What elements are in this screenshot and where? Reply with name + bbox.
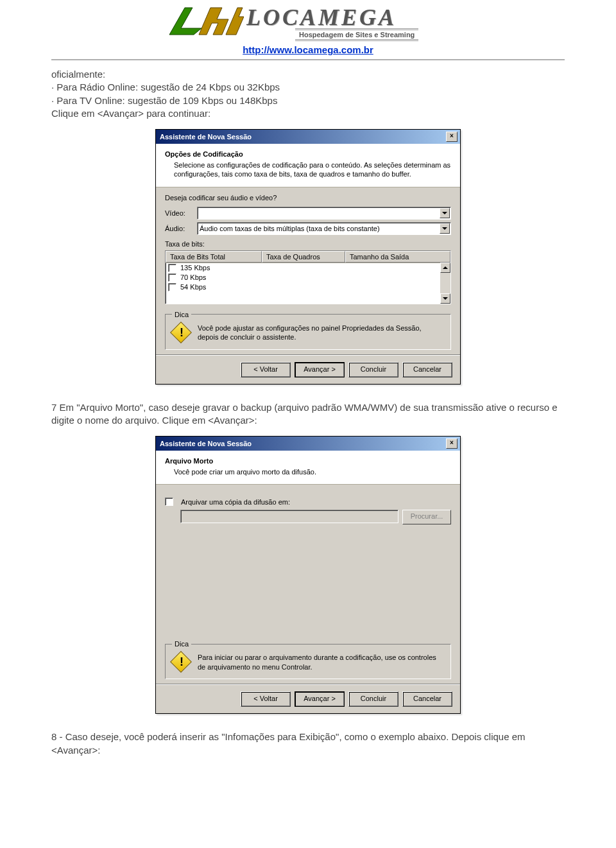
- intro-line: Clique em <Avançar> para continuar:: [51, 107, 565, 120]
- finish-button[interactable]: Concluir: [348, 362, 398, 377]
- finish-button[interactable]: Concluir: [348, 691, 398, 707]
- button-bar: < Voltar Avançar > Concluir Cancelar: [156, 684, 460, 713]
- scroll-track[interactable]: [440, 273, 450, 293]
- warning-icon: !: [172, 653, 191, 672]
- checkbox[interactable]: [168, 264, 176, 272]
- bitrate-label: Taxa de bits:: [165, 240, 451, 248]
- archive-checkbox[interactable]: [165, 498, 173, 506]
- section-header: Opções de Codificação Selecione as confi…: [156, 144, 460, 187]
- tip-text: Você pode ajustar as configurações no pa…: [198, 324, 444, 342]
- cancel-button[interactable]: Cancelar: [402, 691, 452, 707]
- checkbox[interactable]: [168, 273, 176, 282]
- logo-mark: [167, 4, 244, 40]
- tip-legend: Dica: [172, 311, 191, 318]
- audio-label: Áudio:: [165, 225, 197, 232]
- audio-select[interactable]: Áudio com taxas de bits múltiplas (taxa …: [197, 222, 451, 235]
- audio-select-value: Áudio com taxas de bits múltiplas (taxa …: [200, 225, 380, 232]
- tip-group: Dica ! Para iniciar ou parar o arquivame…: [165, 640, 451, 679]
- window-title: Assistente de Nova Sessão: [160, 440, 446, 447]
- checkbox[interactable]: [168, 283, 176, 291]
- col-header[interactable]: Taxa de Bits Total: [166, 251, 262, 263]
- dialog-archive: Assistente de Nova Sessão × Arquivo Mort…: [155, 436, 461, 714]
- logo-text: LOCAMEGA: [246, 4, 397, 31]
- logo-subtitle: Hospedagem de Sites e Streaming: [295, 28, 418, 41]
- close-button[interactable]: ×: [446, 438, 458, 449]
- section-title: Arquivo Morto: [165, 457, 451, 465]
- back-button[interactable]: < Voltar: [241, 691, 291, 707]
- window-title: Assistente de Nova Sessão: [160, 133, 446, 141]
- svg-marker-2: [226, 8, 244, 35]
- titlebar[interactable]: Assistente de Nova Sessão ×: [156, 437, 460, 451]
- list-item[interactable]: 135 Kbps: [166, 263, 450, 273]
- intro-line: oficialmente:: [51, 68, 565, 81]
- bitrate-list[interactable]: Taxa de Bits Total Taxa de Quadros Taman…: [165, 250, 451, 304]
- header-url-link[interactable]: http://www.locamega.com.br: [51, 44, 565, 55]
- col-header[interactable]: Tamanho da Saída: [345, 251, 450, 263]
- list-item[interactable]: 70 Kbps: [166, 273, 450, 282]
- encode-question: Deseja codificar seu áudio e vídeo?: [165, 194, 451, 202]
- chevron-down-icon[interactable]: [440, 223, 450, 234]
- intro-text: oficialmente: · Para Rádio Online: suges…: [51, 68, 565, 120]
- button-bar: < Voltar Avançar > Concluir Cancelar: [156, 355, 460, 384]
- titlebar[interactable]: Assistente de Nova Sessão ×: [156, 130, 460, 144]
- logo: LOCAMEGA Hospedagem de Sites e Streaming: [167, 5, 449, 39]
- scroll-up-icon[interactable]: [440, 263, 450, 273]
- next-button[interactable]: Avançar >: [295, 362, 345, 377]
- list-item-label: 54 Kbps: [180, 283, 206, 291]
- intro-line: · Para TV Online: sugestão de 109 Kbps o…: [51, 94, 565, 107]
- list-item-label: 70 Kbps: [180, 273, 206, 281]
- col-header[interactable]: Taxa de Quadros: [262, 251, 345, 263]
- tip-group: Dica ! Você pode ajustar as configuraçõe…: [165, 311, 451, 350]
- tip-legend: Dica: [172, 640, 191, 648]
- list-item-label: 135 Kbps: [180, 264, 210, 272]
- section-description: Selecione as configurações de codificaçã…: [165, 160, 451, 179]
- page-header: LOCAMEGA Hospedagem de Sites e Streaming…: [51, 0, 565, 55]
- svg-marker-0: [169, 8, 201, 35]
- divider: [51, 59, 565, 60]
- cancel-button[interactable]: Cancelar: [402, 362, 452, 377]
- tip-text: Para iniciar ou parar o arquivamento dur…: [198, 653, 444, 671]
- browse-button: Procurar...: [402, 510, 451, 524]
- intro-line: · Para Rádio Online: sugestão de 24 Kbps…: [51, 81, 565, 94]
- warning-icon: !: [172, 324, 191, 343]
- scroll-down-icon[interactable]: [440, 293, 450, 304]
- video-select[interactable]: [197, 207, 451, 220]
- section-header: Arquivo Morto Você pode criar um arquivo…: [156, 451, 460, 485]
- end-text: 8 - Caso deseje, você poderá inserir as …: [51, 731, 565, 757]
- section-title: Opções de Codificação: [165, 150, 451, 158]
- list-header: Taxa de Bits Total Taxa de Quadros Taman…: [166, 251, 450, 263]
- section-description: Você pode criar um arquivo morto da difu…: [165, 467, 451, 476]
- next-button[interactable]: Avançar >: [295, 691, 345, 707]
- back-button[interactable]: < Voltar: [241, 362, 291, 377]
- list-item[interactable]: 54 Kbps: [166, 282, 450, 292]
- close-button[interactable]: ×: [446, 132, 458, 142]
- archive-path-input: [180, 510, 398, 523]
- dialog-encoding-options: Assistente de Nova Sessão × Opções de Co…: [155, 129, 461, 385]
- chevron-down-icon[interactable]: [440, 208, 450, 218]
- video-label: Vídeo:: [165, 209, 197, 217]
- archive-checkbox-label: Arquivar uma cópia da difusão em:: [181, 498, 290, 506]
- svg-marker-1: [199, 8, 228, 35]
- scrollbar[interactable]: [440, 263, 450, 304]
- mid-text: 7 Em "Arquivo Morto", caso deseje gravar…: [51, 401, 565, 428]
